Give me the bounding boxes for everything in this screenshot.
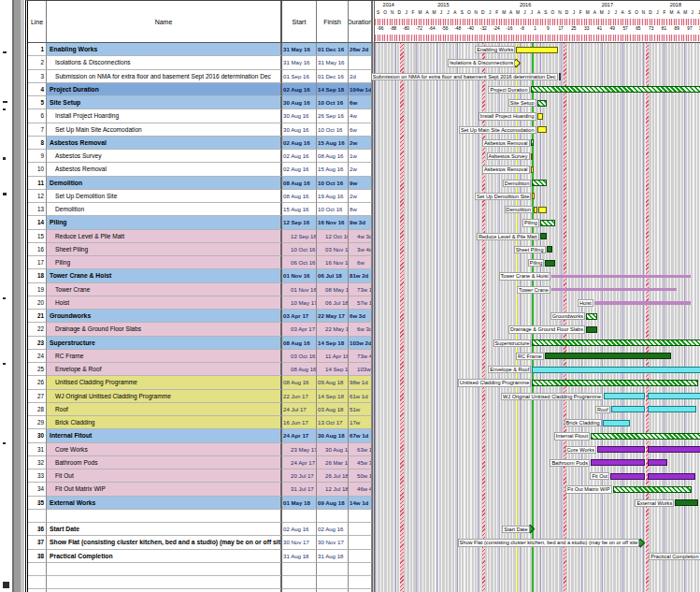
row-finish-cell[interactable]: 03 Nov 16 <box>317 243 349 256</box>
row-duration-cell[interactable] <box>349 576 372 589</box>
row-duration-cell[interactable]: 4w 3d <box>349 230 372 243</box>
table-row[interactable]: 22Drainage & Ground Floor Slabs03 Apr 17… <box>28 323 700 336</box>
gantt-bar[interactable] <box>591 459 645 466</box>
row-name-cell[interactable]: External Works <box>47 497 282 510</box>
row-finish-cell[interactable]: 12 Oct 16 <box>317 230 349 243</box>
row-name-cell[interactable]: Core Works <box>47 443 282 456</box>
row-duration-cell[interactable]: 8w <box>349 203 372 216</box>
gantt-bar[interactable] <box>537 126 547 133</box>
row-duration-cell[interactable]: 4w <box>349 109 372 123</box>
gantt-bar[interactable] <box>532 367 700 373</box>
row-finish-cell[interactable]: 01 Dec 16 <box>317 43 349 56</box>
gantt-summary-bar[interactable] <box>537 100 547 107</box>
row-finish-cell[interactable]: 22 May 17 <box>317 310 349 323</box>
gantt-bar[interactable] <box>648 446 700 453</box>
row-name-cell[interactable]: Enabling Works <box>47 43 282 56</box>
row-finish-cell[interactable]: 15 Aug 16 <box>317 163 349 176</box>
row-duration-cell[interactable]: 14w 1d <box>349 497 372 510</box>
row-duration-cell[interactable]: 6w 3d <box>349 323 372 336</box>
row-name-cell[interactable]: Internal Fitout <box>47 429 282 442</box>
row-start-cell[interactable]: 30 Aug 16 <box>282 123 317 137</box>
row-duration-cell[interactable]: 61w 1d <box>349 390 372 403</box>
row-finish-cell[interactable]: 01 Dec 16 <box>317 70 349 83</box>
row-start-cell[interactable]: 06 Oct 16 <box>282 256 317 269</box>
row-duration-cell[interactable]: 98w 1d <box>349 376 372 389</box>
gantt-bar[interactable] <box>538 207 547 213</box>
row-name-cell[interactable]: Bathroom Pods <box>47 456 282 469</box>
table-row[interactable]: 23Superstructure08 Aug 1614 Sep 18103w 2… <box>28 337 700 350</box>
row-start-cell[interactable]: 30 Nov 17 <box>282 536 317 549</box>
gantt-summary-bar[interactable] <box>531 86 700 93</box>
row-finish-cell[interactable]: 30 Nov 17 <box>317 536 349 549</box>
gantt-summary-bar[interactable] <box>531 139 535 146</box>
gantt-bar[interactable] <box>648 406 696 412</box>
row-duration-cell[interactable] <box>349 563 372 576</box>
row-duration-cell[interactable]: 51w <box>349 403 372 416</box>
table-row[interactable]: 13Demolition15 Aug 1610 Oct 168wDemoliti… <box>28 203 700 216</box>
table-row[interactable]: 20Hoist10 May 1706 Jul 1857w 1dHoist <box>28 296 700 310</box>
row-name-cell[interactable] <box>47 576 282 589</box>
gantt-bar[interactable] <box>545 353 671 359</box>
table-row[interactable]: 33Fit Out20 Jul 1726 Jul 1850w 1dFit Out <box>28 469 700 483</box>
row-duration-cell[interactable]: 45w 3d <box>349 456 372 469</box>
table-row[interactable] <box>28 576 700 589</box>
row-duration-cell[interactable]: 1w <box>349 150 372 163</box>
col-header-line[interactable]: Line <box>28 1 47 43</box>
row-start-cell[interactable]: 03 Oct 16 <box>282 350 317 363</box>
row-name-cell[interactable]: Fit Out Matrix WIP <box>47 483 282 496</box>
row-duration-cell[interactable]: 9w 3d <box>349 216 372 229</box>
row-start-cell[interactable]: 16 Jun 17 <box>282 416 317 429</box>
table-row[interactable]: 15Reduce Level & Pile Matt12 Sep 1612 Oc… <box>28 230 700 243</box>
row-finish-cell[interactable]: 10 Oct 16 <box>317 177 349 190</box>
table-row[interactable]: 16Sheet Piling10 Oct 1603 Nov 163w 4dShe… <box>28 243 700 256</box>
gantt-summary-bar[interactable] <box>532 180 547 186</box>
table-row[interactable]: 36Start Date02 Aug 1602 Aug 16Start Date <box>28 523 700 536</box>
row-name-cell[interactable]: Show Flat (consisting cluster kitchen, b… <box>47 536 282 549</box>
table-row[interactable]: 14Piling12 Sep 1616 Nov 169w 3dPiling <box>28 216 700 229</box>
table-row[interactable]: 35External Works01 May 1809 Aug 1814w 1d… <box>28 497 700 510</box>
row-finish-cell[interactable]: 30 Aug 18 <box>317 443 349 456</box>
row-start-cell[interactable]: 01 Sep 16 <box>282 70 317 83</box>
gantt-bar[interactable] <box>586 326 597 333</box>
row-name-cell[interactable]: Piling <box>47 216 282 229</box>
gantt-bar[interactable] <box>545 260 554 267</box>
gantt-line-bar[interactable] <box>594 301 691 304</box>
row-start-cell[interactable]: 08 Aug 16 <box>282 337 317 350</box>
gantt-bar[interactable] <box>648 459 667 466</box>
row-finish-cell[interactable]: 14 Sep 18 <box>317 337 349 350</box>
table-row[interactable]: 19Tower Crane01 Nov 1608 May 1873w 1dTow… <box>28 283 700 296</box>
table-row[interactable]: 37Show Flat (consisting cluster kitchen,… <box>28 536 700 549</box>
row-start-cell[interactable]: 31 Jul 17 <box>282 483 317 496</box>
table-row[interactable]: 8Asbestos Removal02 Aug 1615 Aug 162wAsb… <box>28 137 700 150</box>
table-row[interactable]: 12Set Up Demolition Site08 Aug 1619 Aug … <box>28 190 700 203</box>
row-duration-cell[interactable]: 103w 2d <box>349 363 372 376</box>
row-start-cell[interactable]: 31 Aug 18 <box>282 550 317 563</box>
row-start-cell[interactable]: 10 Oct 16 <box>282 243 317 256</box>
row-duration-cell[interactable]: 17w <box>349 416 372 429</box>
row-name-cell[interactable] <box>47 563 282 576</box>
table-row[interactable] <box>28 510 700 523</box>
table-row[interactable]: 21Groundworks03 Apr 1722 May 176w 3dGrou… <box>28 310 700 323</box>
row-duration-cell[interactable] <box>349 56 372 69</box>
row-name-cell[interactable]: Fit Out <box>47 469 282 483</box>
table-row[interactable]: 29Brick Cladding16 Jun 1713 Oct 1717wBri… <box>28 416 700 429</box>
gantt-bar[interactable] <box>531 166 535 173</box>
row-finish-cell[interactable]: 06 Jul 18 <box>317 269 349 282</box>
table-row[interactable]: 31Core Works23 May 1730 Aug 1863w 1dCore… <box>28 443 700 456</box>
row-start-cell[interactable] <box>282 510 317 523</box>
row-start-cell[interactable]: 24 Apr 17 <box>282 456 317 469</box>
row-finish-cell[interactable]: 16 Nov 16 <box>317 256 349 269</box>
table-row[interactable]: 34Fit Out Matrix WIP31 Jul 1712 Jul 1846… <box>28 483 700 496</box>
table-row[interactable]: 18Tower Crane & Hoist01 Nov 1606 Jul 188… <box>28 269 700 282</box>
row-start-cell[interactable]: 08 Aug 16 <box>282 190 317 203</box>
row-name-cell[interactable]: Tower Crane & Hoist <box>47 269 282 282</box>
row-start-cell[interactable] <box>282 576 317 589</box>
table-row[interactable]: 9Asbestos Survey02 Aug 1608 Aug 161wAsbe… <box>28 150 700 163</box>
row-start-cell[interactable]: 24 Apr 17 <box>282 429 317 442</box>
row-start-cell[interactable]: 23 May 17 <box>282 443 317 456</box>
row-finish-cell[interactable]: 16 Nov 16 <box>317 216 349 229</box>
table-row[interactable] <box>28 563 700 576</box>
row-name-cell[interactable]: Envelope & Roof <box>47 363 282 376</box>
gantt-line-bar[interactable] <box>551 275 691 278</box>
col-header-start[interactable]: Start <box>282 1 317 43</box>
